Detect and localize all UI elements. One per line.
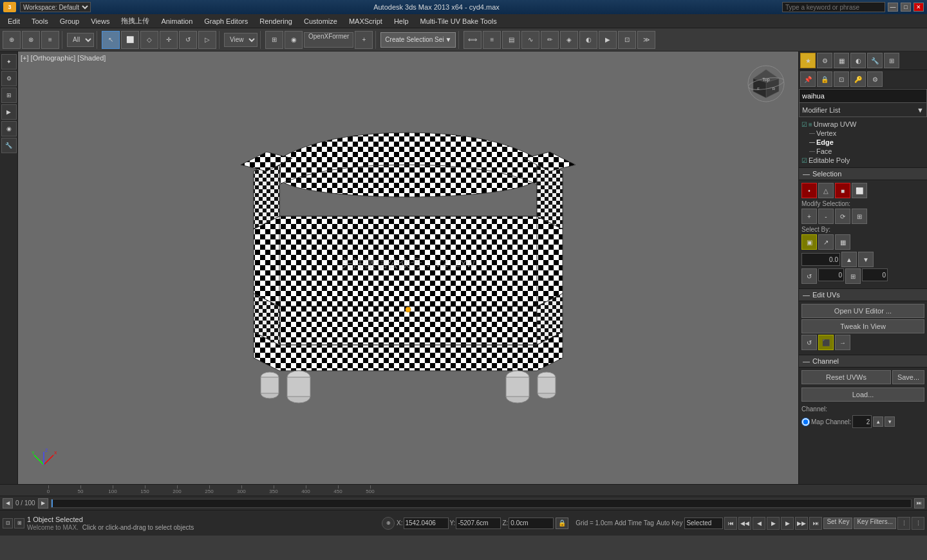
create-selection-button[interactable]: Create Selection Sei ▼	[380, 32, 456, 48]
coord-x-value[interactable]: 1542.0406	[404, 518, 449, 529]
menu-rendering[interactable]: Rendering	[254, 16, 297, 26]
minimize-button[interactable]: —	[888, 3, 898, 12]
close-button[interactable]: ✕	[913, 3, 924, 12]
panel-settings-btn[interactable]: ⚙	[867, 71, 883, 87]
status-icon-1[interactable]: ⊡	[3, 518, 13, 528]
set-key-button[interactable]: Set Key	[823, 518, 852, 529]
anim-prev-frame-btn[interactable]: ◀	[753, 517, 765, 530]
modifier-search-input[interactable]	[799, 89, 927, 103]
load-button[interactable]: Load...	[801, 387, 924, 402]
left-icon-hierarchy[interactable]: ⊞	[1, 88, 17, 103]
left-icon-display[interactable]: ◉	[1, 121, 17, 136]
angle-input[interactable]	[801, 253, 840, 266]
angle-up-btn[interactable]: ▲	[841, 252, 857, 267]
panel-icon-star[interactable]: ★	[800, 53, 816, 68]
tb-scale-btn[interactable]: ▷	[198, 31, 216, 49]
menu-tools[interactable]: Tools	[26, 16, 53, 26]
angle-down-btn[interactable]: ▼	[858, 252, 874, 267]
anim-prev-btn[interactable]: ⏮	[724, 517, 737, 530]
channel-up-btn[interactable]: ▲	[873, 416, 883, 427]
mod-item-edge[interactable]: — Edge	[809, 138, 924, 147]
anim-more2-btn[interactable]: ⋮	[912, 517, 924, 530]
tb-move-btn[interactable]: ✛	[160, 31, 178, 49]
anim-back-btn[interactable]: ◀◀	[738, 517, 751, 530]
menu-views[interactable]: Views	[86, 16, 115, 26]
tb-snap2-btn[interactable]: ⊗	[22, 31, 40, 49]
panel-pin-btn[interactable]: 📌	[800, 71, 816, 87]
tb-more-btn[interactable]: ≫	[637, 31, 655, 49]
sel-object-btn[interactable]: ⬜	[852, 183, 867, 198]
tb-link-btn[interactable]: ◉	[285, 31, 303, 49]
panel-wire-btn[interactable]: ⊡	[834, 71, 849, 87]
timeline-track[interactable]	[51, 499, 912, 508]
save-button[interactable]: Save...	[892, 370, 924, 384]
maximize-button[interactable]: □	[901, 3, 911, 12]
menu-uv-bake[interactable]: Multi-Tile UV Bake Tools	[415, 16, 502, 26]
workspace-dropdown[interactable]: Workspace: Default	[20, 2, 91, 12]
menu-group[interactable]: Group	[55, 16, 85, 26]
panel-lock-btn[interactable]: 🔒	[817, 71, 832, 87]
uv-icon-3[interactable]: →	[835, 335, 850, 350]
menu-animation[interactable]: Animation	[156, 16, 198, 26]
timeline-prev-btn[interactable]: ◀	[3, 498, 13, 509]
menu-customize[interactable]: Customize	[299, 16, 342, 26]
search-input[interactable]	[782, 2, 885, 12]
coord-z-value[interactable]: 0.0cm	[509, 518, 554, 529]
tb-lasso-btn[interactable]: ◇	[140, 31, 158, 49]
tb-openxformer-btn[interactable]: OpenXFormer	[304, 32, 353, 48]
tb-mirror-btn[interactable]: ⟺	[464, 31, 482, 49]
tb-select-btn[interactable]: ↖	[102, 31, 120, 49]
panel-key2-btn[interactable]: 🔑	[850, 71, 866, 87]
spin-icon[interactable]: ↺	[801, 268, 817, 284]
menu-edit[interactable]: Edit	[3, 16, 25, 26]
left-icon-create[interactable]: ✦	[1, 54, 17, 70]
select-by-edge-btn[interactable]: ↗	[818, 234, 834, 250]
mod-item-vertex[interactable]: — Vertex	[809, 129, 924, 138]
menu-drag-upload[interactable]: 拖拽上传	[116, 15, 154, 27]
ring-btn[interactable]: ⊞	[852, 209, 867, 224]
panel-icon-modify[interactable]: ⚙	[817, 53, 832, 68]
tb-select2-btn[interactable]: ⬜	[121, 31, 139, 49]
tb-view-dropdown[interactable]: View	[224, 33, 258, 47]
tb-curve-btn[interactable]: ∿	[521, 31, 539, 49]
sel-face-btn[interactable]: ■	[835, 183, 850, 198]
modifier-list-dropdown[interactable]: Modifier List ▼	[799, 103, 927, 117]
reset-uvws-button[interactable]: Reset UVWs	[801, 370, 891, 384]
map-channel-radio[interactable]	[801, 418, 810, 426]
loop-btn[interactable]: ⟳	[835, 209, 850, 224]
tb-snap-btn[interactable]: ⊕	[3, 31, 21, 49]
open-uv-editor-button[interactable]: Open UV Editor ...	[801, 304, 924, 318]
left-icon-utilities[interactable]: 🔧	[1, 138, 17, 153]
coord-y-value[interactable]: -5207.6cm	[456, 518, 501, 529]
left-icon-motion[interactable]: ▶	[1, 104, 17, 120]
channel-value-input[interactable]	[852, 415, 872, 428]
channel-header[interactable]: — Channel	[799, 355, 927, 368]
uv-icon-2[interactable]: ⬛	[818, 335, 834, 350]
tb-quick-render-btn[interactable]: ▶	[599, 31, 617, 49]
tb-render-btn[interactable]: ◐	[579, 31, 597, 49]
mod-item-unwrap[interactable]: ☑ ≡ Unwrap UVW	[801, 120, 924, 129]
add-time-tag[interactable]: Add Time Tag	[615, 519, 654, 527]
panel-icon-anim[interactable]: ▦	[834, 53, 849, 68]
panel-icon-scene[interactable]: ⊞	[884, 53, 899, 68]
tweak-in-view-button[interactable]: Tweak In View	[801, 319, 924, 333]
mod-item-face[interactable]: — Face	[809, 147, 924, 156]
lock-button[interactable]: 🔒	[556, 518, 568, 529]
tb-frame-btn[interactable]: ⊡	[618, 31, 636, 49]
gizmo-icon[interactable]: ⊕	[382, 517, 395, 530]
viewport[interactable]: [+] [Orthographic] [Shaded]	[18, 51, 798, 484]
key-filters-button[interactable]: Key Filters...	[854, 518, 896, 529]
select-by-face-btn[interactable]: ▦	[835, 234, 850, 250]
tb-material-btn[interactable]: ◈	[560, 31, 578, 49]
uv-icon-1[interactable]: ↺	[801, 335, 817, 350]
sel-vertex-btn[interactable]: •	[801, 183, 817, 198]
menu-help[interactable]: Help	[389, 16, 414, 26]
anim-play-btn[interactable]: ▶	[767, 517, 780, 530]
timeline-next-btn[interactable]: ▶	[38, 498, 48, 509]
nav-cube[interactable]: Top R F	[747, 64, 785, 103]
tb-snap3-btn[interactable]: ≡	[41, 31, 59, 49]
edit-uvs-header[interactable]: — Edit UVs	[799, 289, 927, 301]
tb-plus-btn[interactable]: +	[355, 31, 373, 49]
shrink-btn[interactable]: -	[818, 209, 834, 224]
tb-ref-btn[interactable]: ⊞	[265, 31, 283, 49]
